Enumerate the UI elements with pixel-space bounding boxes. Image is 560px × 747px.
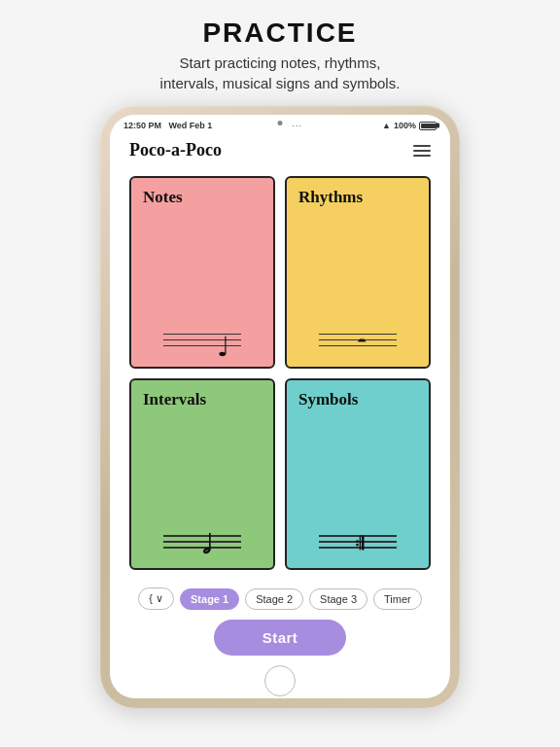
status-time: 12:50 PM Wed Feb 1 <box>123 121 212 130</box>
battery-fill <box>421 124 436 128</box>
home-indicator <box>264 665 296 696</box>
bottom-controls: { ∨ Stage 1 Stage 2 Stage 3 Timer Start <box>110 580 450 661</box>
repeat-glyph: 𝄇 <box>355 533 362 553</box>
page-subtitle: Start practicing notes, rhythms,interval… <box>160 53 401 93</box>
card-symbols[interactable]: Symbols 𝄇 <box>285 378 431 571</box>
card-intervals[interactable]: Intervals 𝅗𝅥 <box>129 378 275 571</box>
timer-button[interactable]: Timer <box>373 588 422 610</box>
menu-bar-2 <box>413 150 431 152</box>
stage1-button[interactable]: Stage 1 <box>180 588 239 610</box>
rhythms-staff: 𝄼 <box>319 330 397 357</box>
card-notes-label: Notes <box>143 188 183 207</box>
app-header: Poco-a-Poco <box>110 132 450 166</box>
staff-line-1 <box>319 334 397 336</box>
staff-line-2 <box>163 339 241 341</box>
intervals-staff: 𝅗𝅥 <box>163 531 241 558</box>
start-button[interactable]: Start <box>214 620 347 656</box>
status-right: ▲ 100% <box>382 121 437 130</box>
staff-line-3 <box>163 547 241 549</box>
staff-line-1 <box>163 334 241 336</box>
page-header: PRACTICE Start practicing notes, rhythms… <box>131 0 430 105</box>
card-notes[interactable]: Notes ♩ <box>129 176 275 369</box>
filter-button[interactable]: { ∨ <box>138 587 174 610</box>
card-grid: Notes ♩ Rhythms <box>110 166 450 580</box>
camera-dot <box>278 121 283 125</box>
notes-staff: ♩ <box>163 330 241 357</box>
card-intervals-label: Intervals <box>143 390 206 409</box>
battery-icon <box>419 122 437 130</box>
status-dots: ··· <box>292 121 302 130</box>
staff-line-3 <box>163 345 241 347</box>
note-glyph: ♩ <box>217 334 229 361</box>
card-rhythms[interactable]: Rhythms 𝄼 <box>285 176 431 369</box>
stage3-button[interactable]: Stage 3 <box>309 588 368 610</box>
menu-button[interactable] <box>413 145 431 157</box>
staff-line-1 <box>163 535 241 537</box>
staff-line-2 <box>163 541 241 543</box>
wifi-icon: ▲ <box>382 121 391 130</box>
card-rhythms-notation: 𝄼 <box>298 330 417 357</box>
staff-line-3 <box>319 345 397 347</box>
card-symbols-notation: 𝄇 <box>298 531 417 558</box>
menu-bar-3 <box>413 155 431 157</box>
card-symbols-label: Symbols <box>298 390 358 409</box>
menu-bar-1 <box>413 145 431 147</box>
page-title: PRACTICE <box>160 18 401 49</box>
battery-percent: 100% <box>394 121 416 130</box>
stage-row: { ∨ Stage 1 Stage 2 Stage 3 Timer <box>138 587 421 610</box>
app-logo: Poco-a-Poco <box>129 140 222 160</box>
card-notes-notation: ♩ <box>143 330 262 357</box>
stage2-button[interactable]: Stage 2 <box>245 588 303 610</box>
symbols-staff: 𝄇 <box>319 531 397 558</box>
card-intervals-notation: 𝅗𝅥 <box>143 531 262 558</box>
card-rhythms-label: Rhythms <box>298 188 363 207</box>
staff-line-2 <box>319 339 397 341</box>
tablet-frame: 12:50 PM Wed Feb 1 ··· ▲ 100% Poco-a-Poc… <box>100 105 460 708</box>
tablet-inner: 12:50 PM Wed Feb 1 ··· ▲ 100% Poco-a-Poc… <box>110 115 450 698</box>
